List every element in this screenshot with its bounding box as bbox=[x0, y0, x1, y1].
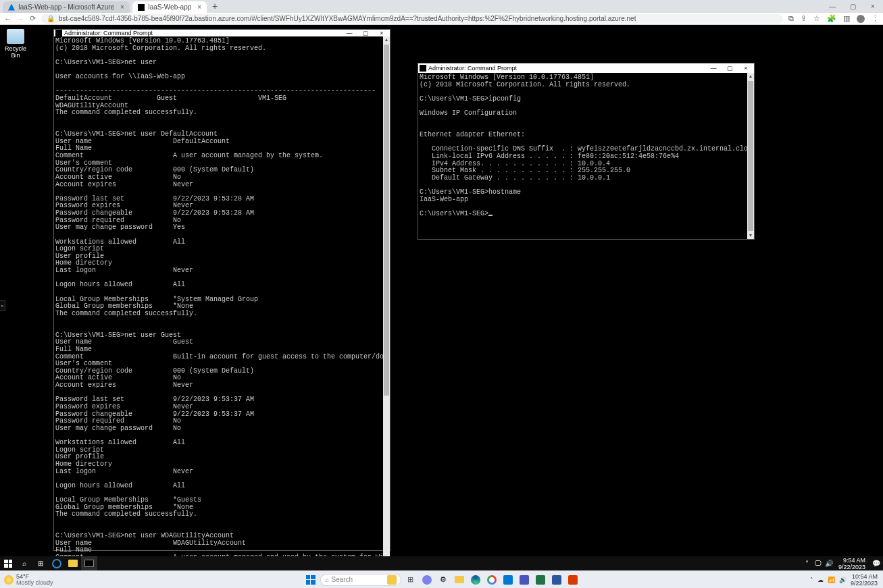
cmd-window-left[interactable]: Administrator: Command Prompt — ▢ × Micr… bbox=[53, 29, 390, 551]
cmd-icon bbox=[84, 560, 94, 567]
address-bar[interactable]: 🔒 bst-cae4c589-7cdf-4356-b785-bea45f90f7… bbox=[41, 14, 783, 24]
scroll-thumb[interactable] bbox=[384, 45, 389, 396]
tray-chevron[interactable]: ˄ bbox=[802, 556, 813, 570]
taskbar-snip[interactable] bbox=[566, 573, 580, 587]
remote-taskbar[interactable]: ⌕ ⊞ ˄ 🖵 🔊 9:54 AM 9/22/2023 💬 bbox=[0, 556, 883, 570]
cmd-titlebar[interactable]: Administrator: Command Prompt — ▢ × bbox=[54, 30, 390, 36]
taskbar-ie[interactable] bbox=[49, 556, 65, 570]
close-button[interactable]: × bbox=[374, 30, 390, 36]
taskbar-excel[interactable] bbox=[534, 573, 547, 587]
scrollbar[interactable]: ▲ ▼ bbox=[747, 73, 754, 239]
minimize-button[interactable]: — bbox=[822, 0, 842, 13]
maximize-button[interactable]: ▢ bbox=[842, 0, 863, 13]
remote-desktop[interactable]: Recycle Bin » Administrator: Command Pro… bbox=[0, 25, 883, 570]
scroll-up-icon[interactable]: ▲ bbox=[747, 73, 754, 80]
close-icon[interactable]: × bbox=[197, 3, 201, 11]
weather-icon bbox=[4, 575, 14, 585]
scroll-down-icon[interactable]: ▼ bbox=[747, 232, 754, 239]
search-input[interactable]: ⌕ Search bbox=[320, 574, 401, 586]
remote-clock[interactable]: 9:54 AM 9/22/2023 bbox=[834, 557, 869, 570]
bookmark-icon[interactable]: ☆ bbox=[813, 14, 820, 23]
browser-toolbar: ← → ⟳ 🔒 bst-cae4c589-7cdf-4356-b785-bea4… bbox=[0, 13, 883, 25]
host-taskbar[interactable]: 54°F Mostly cloudy ⌕ Search ⊞ ⚙ ˄ ☁ 📶 🔊 … bbox=[0, 570, 883, 588]
taskbar-explorer[interactable] bbox=[453, 573, 466, 587]
system-tray[interactable]: ˄ ☁ 📶 🔊 10:54 AM 9/22/2023 bbox=[810, 573, 883, 587]
profile-icon[interactable] bbox=[857, 15, 865, 23]
url-text: bst-cae4c589-7cdf-4356-b785-bea45f90f72a… bbox=[59, 15, 636, 22]
tray-network-icon[interactable]: 🔊 bbox=[824, 556, 834, 570]
extensions-icon[interactable]: 🧩 bbox=[827, 14, 836, 23]
ie-icon bbox=[52, 559, 61, 568]
browser-action-icons: ⧉ ⇪ ☆ 🧩 ▥ ⋮ bbox=[788, 14, 879, 23]
bastion-side-handle[interactable]: » bbox=[0, 300, 5, 311]
host-date: 9/22/2023 bbox=[851, 580, 878, 587]
azure-favicon-icon bbox=[8, 4, 15, 11]
new-tab-button[interactable]: + bbox=[212, 1, 218, 11]
forward-button[interactable]: → bbox=[17, 15, 24, 23]
scrollbar[interactable]: ▲ ▼ bbox=[383, 36, 390, 588]
edge-icon bbox=[471, 575, 480, 585]
menu-icon[interactable]: ⋮ bbox=[872, 14, 879, 23]
reload-button[interactable]: ⟳ bbox=[30, 14, 36, 23]
taskbar-center: ⌕ Search ⊞ ⚙ bbox=[304, 573, 580, 587]
maximize-button[interactable]: ▢ bbox=[357, 30, 374, 36]
cmd-title: Administrator: Command Prompt bbox=[428, 65, 517, 72]
taskbar-outlook[interactable] bbox=[501, 573, 515, 587]
teams-icon bbox=[520, 575, 529, 585]
snip-icon bbox=[568, 575, 578, 585]
taskbar-teams[interactable] bbox=[518, 573, 531, 587]
tray-wifi-icon[interactable]: 📶 bbox=[828, 577, 835, 583]
browser-tab-azure[interactable]: IaaS-Web-app - Microsoft Azure × bbox=[3, 1, 130, 13]
folder-icon bbox=[68, 560, 78, 567]
start-button[interactable] bbox=[0, 556, 16, 570]
chat-icon bbox=[422, 575, 432, 585]
folder-icon bbox=[455, 576, 464, 583]
tray-volume-icon[interactable]: 🔊 bbox=[839, 577, 847, 583]
minimize-button[interactable]: — bbox=[341, 30, 357, 36]
recycle-bin-icon bbox=[7, 29, 24, 44]
back-button[interactable]: ← bbox=[4, 15, 11, 23]
scroll-thumb[interactable] bbox=[748, 81, 753, 231]
close-button[interactable]: × bbox=[863, 0, 883, 13]
share-icon[interactable]: ⇪ bbox=[801, 14, 807, 23]
weather-widget[interactable]: 54°F Mostly cloudy bbox=[0, 574, 57, 586]
taskbar-chrome[interactable] bbox=[485, 573, 499, 587]
remote-date: 9/22/2023 bbox=[838, 564, 865, 570]
scroll-up-icon[interactable]: ▲ bbox=[383, 36, 390, 43]
taskbar-taskview[interactable]: ⊞ bbox=[404, 573, 418, 587]
recycle-bin-label: Recycle Bin bbox=[4, 45, 27, 59]
cmd-window-right[interactable]: Administrator: Command Prompt — ▢ × Micr… bbox=[418, 63, 755, 240]
start-button[interactable] bbox=[304, 573, 318, 587]
notifications-button[interactable]: 💬 bbox=[869, 556, 883, 570]
tray-onedrive-icon[interactable]: ☁ bbox=[817, 577, 824, 583]
search-highlight-icon bbox=[387, 575, 397, 585]
taskbar-explorer[interactable] bbox=[65, 556, 81, 570]
taskbar-settings[interactable]: ⚙ bbox=[436, 573, 450, 587]
side-panel-icon[interactable]: ▥ bbox=[843, 14, 850, 23]
tray-chevron-icon[interactable]: ˄ bbox=[810, 577, 813, 583]
cmd-icon bbox=[420, 65, 426, 72]
taskbar-cmd[interactable] bbox=[81, 556, 97, 570]
cursor-icon bbox=[488, 215, 493, 216]
tray-screen-icon[interactable]: 🖵 bbox=[813, 556, 824, 570]
install-icon[interactable]: ⧉ bbox=[788, 14, 794, 23]
task-view-button[interactable]: ⊞ bbox=[32, 556, 49, 570]
close-icon[interactable]: × bbox=[120, 3, 124, 11]
gear-icon: ⚙ bbox=[440, 575, 447, 584]
cmd-output[interactable]: Microsoft Windows [Version 10.0.17763.48… bbox=[418, 73, 747, 239]
host-clock[interactable]: 10:54 AM 9/22/2023 bbox=[851, 573, 878, 587]
cmd-titlebar[interactable]: Administrator: Command Prompt — ▢ × bbox=[418, 63, 754, 73]
minimize-button[interactable]: — bbox=[705, 65, 722, 72]
weather-desc: Mostly cloudy bbox=[16, 580, 53, 586]
search-button[interactable]: ⌕ bbox=[16, 556, 32, 570]
maximize-button[interactable]: ▢ bbox=[722, 65, 738, 72]
recycle-bin[interactable]: Recycle Bin bbox=[4, 29, 27, 59]
chrome-icon bbox=[487, 575, 497, 585]
taskbar-edge[interactable] bbox=[469, 573, 482, 587]
taskbar-word[interactable] bbox=[550, 573, 563, 587]
cmd-favicon-icon bbox=[138, 4, 145, 11]
browser-tab-bastion[interactable]: IaaS-Web-app × bbox=[132, 1, 207, 13]
cmd-output[interactable]: Microsoft Windows [Version 10.0.17763.48… bbox=[54, 36, 383, 588]
taskbar-chat[interactable] bbox=[420, 573, 434, 587]
close-button[interactable]: × bbox=[738, 65, 754, 72]
